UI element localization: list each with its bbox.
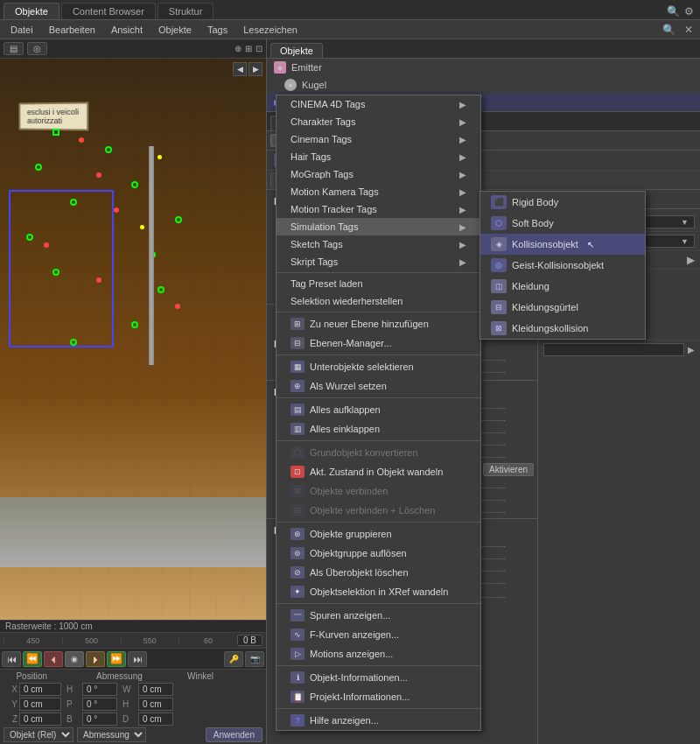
ctx-item-ueberobjekt[interactable]: ⊘ Als Überobjekt löschen	[276, 563, 480, 582]
soft-body-icon: ⬡	[491, 216, 507, 230]
ctx-item-neue-ebene[interactable]: ⊞ Zu neuer Ebene hinzufügen	[276, 314, 480, 333]
play-prev-btn[interactable]: ⏪	[23, 651, 42, 667]
sub-kleidung[interactable]: ◫ Kleidung	[480, 276, 645, 297]
ctx-item-cineman[interactable]: Cineman Tags ▶	[276, 130, 480, 148]
viewport-menu-1[interactable]: ▤	[4, 42, 24, 55]
close-icon[interactable]: ✕	[681, 24, 696, 36]
akt-zustand-icon: ⊡	[290, 466, 304, 478]
menu-objekte[interactable]: Objekte	[151, 23, 199, 37]
sub-kollisionsobjekt[interactable]: ◈ Kollisionsobjekt ↖	[480, 234, 645, 255]
play-start-btn[interactable]: ⏮	[2, 651, 21, 667]
search-icon[interactable]: 🔍	[665, 4, 681, 19]
ctx-item-motion-tracker[interactable]: Motion Tracker Tags ▶	[276, 200, 480, 218]
ctx-item-auflösen[interactable]: ⊜ Objektgruppe auflösen	[276, 544, 480, 563]
vp-icon-3[interactable]: ⊡	[256, 44, 262, 53]
y-label: Y	[4, 699, 18, 709]
simulation-submenu[interactable]: ⬛ Rigid Body ⬡ Soft Body ◈ Kollisionsobj…	[480, 191, 646, 340]
menu-tags[interactable]: Tags	[200, 23, 234, 37]
ctx-item-verbinden[interactable]: ⊞ Objekte verbinden	[276, 481, 480, 501]
mouse-cursor-indicator: ↖	[587, 240, 594, 249]
ueberobjekt-icon: ⊘	[290, 566, 304, 579]
vp-icon-1[interactable]: ⊕	[234, 44, 242, 53]
w-input[interactable]	[138, 683, 173, 696]
gruppieren-icon: ⊛	[290, 528, 304, 540]
ctx-item-selektion[interactable]: Selektion wiederherstellen	[276, 292, 480, 310]
p-angle-input[interactable]	[82, 698, 117, 711]
y-pos-input[interactable]	[19, 698, 61, 711]
viewport[interactable]: ▤ ◎ ⊕ ⊞ ⊡ esclusi i veicoli autorizzati	[0, 39, 267, 744]
ctx-item-xref[interactable]: ✦ Objektselektion in XRef wandeln	[276, 582, 480, 601]
ctx-item-motions[interactable]: ▷ Motions anzeigen...	[276, 644, 480, 663]
ctx-item-charakter[interactable]: Charakter Tags ▶	[276, 113, 480, 130]
hilfe-icon: ?	[290, 714, 304, 726]
tab-content-browser[interactable]: Content Browser	[61, 3, 156, 19]
ctx-item-hilfe[interactable]: ? Hilfe anzeigen...	[276, 711, 480, 730]
aktivieren-btn[interactable]: Aktivieren	[483, 463, 534, 476]
menu-datei[interactable]: Datei	[4, 23, 40, 37]
obj-item-kugel[interactable]: ● Kugel	[267, 76, 700, 94]
menu-ansicht[interactable]: Ansicht	[104, 23, 150, 37]
play-stop-btn[interactable]: ◉	[65, 651, 84, 667]
tab-objekte[interactable]: Objekte	[4, 3, 60, 19]
kugel-icon: ●	[284, 79, 297, 91]
h-angle-input[interactable]	[82, 683, 117, 696]
ctx-item-hair[interactable]: Hair Tags ▶	[276, 148, 480, 165]
context-menu[interactable]: CINEMA 4D Tags ▶ Charakter Tags ▶ Cinema…	[276, 95, 481, 731]
val-field-1[interactable]	[543, 343, 684, 356]
ctx-item-verbinden-del[interactable]: ⊟ Objekte verbinden + Löschen	[276, 501, 480, 520]
ctx-item-fkurven[interactable]: ∿ F-Kurven anzeigen...	[276, 625, 480, 644]
tab-struktur[interactable]: Struktur	[158, 3, 214, 19]
z-pos-input[interactable]	[19, 712, 61, 726]
play-fwd-btn[interactable]: ⏵	[86, 651, 105, 667]
ctx-item-einklappen[interactable]: ▥ Alles einklappen	[276, 419, 480, 439]
anwenden-button[interactable]: Anwenden	[206, 727, 262, 742]
tl-extra-1[interactable]: 🔑	[224, 651, 243, 667]
menu-bearbeiten[interactable]: Bearbeiten	[42, 23, 102, 37]
ctx-item-skript[interactable]: Skript Tags ▶	[276, 253, 480, 270]
ctx-item-ebenen-manager[interactable]: ⊟ Ebenen-Manager...	[276, 333, 480, 353]
ctx-item-obj-info[interactable]: ℹ Objekt-Informationen...	[276, 668, 480, 687]
d-input[interactable]	[138, 712, 173, 726]
ctx-item-tag-preset[interactable]: Tag Preset laden	[276, 275, 480, 292]
ctx-item-mograph[interactable]: MoGraph Tags ▶	[276, 165, 480, 183]
ctx-item-grundobjekt[interactable]: ⬡ Grundobjekt konvertieren	[276, 443, 480, 462]
settings-icon[interactable]: ⚙	[681, 4, 696, 19]
ctx-item-akt-zustand[interactable]: ⊡ Akt. Zustand in Objekt wandeln	[276, 462, 480, 481]
nav-left[interactable]: ◀	[233, 62, 247, 76]
ctx-item-sketch[interactable]: Sketch Tags ▶	[276, 235, 480, 253]
x-pos-input[interactable]	[19, 683, 61, 696]
ctx-item-aufklappen[interactable]: ▤ Alles aufklappen	[276, 400, 480, 419]
abmessung-select[interactable]: Abmessung	[77, 727, 146, 742]
play-end-btn[interactable]: ⏭	[128, 651, 147, 667]
sub-geist-kollision[interactable]: ◎ Geist-Kollisionsobjekt	[480, 255, 645, 276]
ctx-item-als-wurzel[interactable]: ⊕ Als Wurzel setzen	[276, 376, 480, 396]
sub-rigid-body[interactable]: ⬛ Rigid Body	[480, 192, 645, 213]
b-angle-input[interactable]	[82, 712, 117, 726]
play-next-btn[interactable]: ⏩	[107, 651, 126, 667]
ctx-item-simulation[interactable]: Simulation Tags ▶	[276, 218, 480, 235]
einklappen-icon: ▥	[290, 423, 304, 435]
objekt-rel-select[interactable]: Objekt (Rel)	[4, 727, 74, 742]
ctx-item-unterobjekte[interactable]: ▦ Unterobjekte selektieren	[276, 357, 480, 376]
proj-info-icon: 📋	[290, 691, 304, 703]
play-back-btn[interactable]: ⏴	[44, 651, 63, 667]
nav-right[interactable]: ▶	[248, 62, 262, 76]
sub-kleidungskollision[interactable]: ⊠ Kleidungskollision	[480, 318, 645, 339]
sub-kleidungsguert[interactable]: ⊟ Kleidungsgürtel	[480, 297, 645, 318]
h-input[interactable]	[138, 698, 173, 711]
ctx-item-motion-kamera[interactable]: Motion Kamera Tags ▶	[276, 183, 480, 200]
ctx-item-gruppieren[interactable]: ⊛ Objekte gruppieren	[276, 524, 480, 544]
tl-extra-2[interactable]: 📷	[245, 651, 264, 667]
tab-objekte-panel[interactable]: Objekte	[270, 43, 323, 58]
ctx-item-proj-info[interactable]: 📋 Projekt-Informationen...	[276, 687, 480, 706]
menu-lesezeichen[interactable]: Lesezeichen	[236, 23, 304, 37]
vp-icon-2[interactable]: ⊞	[245, 44, 252, 53]
viewport-menu-2[interactable]: ◎	[27, 42, 47, 55]
charakter-arrow: ▶	[459, 117, 466, 127]
search-objects-icon[interactable]: 🔍	[659, 24, 679, 36]
sub-soft-body[interactable]: ⬡ Soft Body	[480, 213, 645, 234]
obj-item-emitter[interactable]: ◈ Emitter	[267, 59, 700, 76]
ctx-item-spuren[interactable]: 〰 Spuren anzeigen...	[276, 606, 480, 625]
w-label: W	[122, 684, 136, 694]
ctx-item-cinema4d[interactable]: CINEMA 4D Tags ▶	[276, 95, 480, 113]
